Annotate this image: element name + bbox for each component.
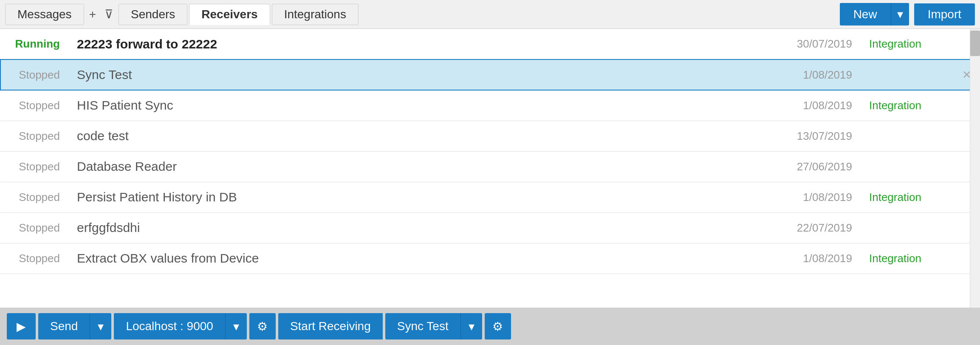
bottom-toolbar: ▶ Send ▾ Localhost : 9000 ▾ ⚙ Start Rece… xyxy=(0,308,980,345)
scrollbar-track[interactable] xyxy=(970,29,980,308)
row-status: Stopped xyxy=(0,243,68,274)
localhost-button-group: Localhost : 9000 ▾ xyxy=(114,313,247,339)
row-name: HIS Patient Sync xyxy=(68,90,776,121)
receive-gear-button[interactable]: ⚙ xyxy=(485,313,511,339)
row-type xyxy=(861,212,954,243)
row-type xyxy=(861,151,954,182)
row-date: 30/07/2019 xyxy=(776,29,861,59)
row-date: 27/06/2019 xyxy=(776,151,861,182)
row-type xyxy=(861,121,954,151)
table-row[interactable]: Stopped HIS Patient Sync 1/08/2019 Integ… xyxy=(0,90,980,121)
row-type: Integration xyxy=(861,243,954,274)
row-date: 13/07/2019 xyxy=(776,121,861,151)
filter-icon[interactable]: ⊽ xyxy=(101,6,117,23)
new-dropdown-button[interactable]: ▾ xyxy=(891,3,909,25)
row-status: Stopped xyxy=(0,59,68,90)
row-date: 1/08/2019 xyxy=(776,90,861,121)
table-row[interactable]: Stopped Persist Patient History in DB 1/… xyxy=(0,182,980,212)
row-status: Stopped xyxy=(0,90,68,121)
table-row[interactable]: Stopped Sync Test 1/08/2019 ✕ xyxy=(0,59,980,90)
top-navigation-bar: Messages + ⊽ Senders Receivers Integrati… xyxy=(0,0,980,29)
start-receiving-button-group: Start Receiving xyxy=(278,313,383,339)
scrollbar-thumb[interactable] xyxy=(970,31,980,56)
row-status: Stopped xyxy=(0,182,68,212)
row-date: 1/08/2019 xyxy=(776,59,861,90)
table-row[interactable]: Stopped Extract OBX values from Device 1… xyxy=(0,243,980,274)
row-status: Stopped xyxy=(0,121,68,151)
row-name: code test xyxy=(68,121,776,151)
localhost-button[interactable]: Localhost : 9000 xyxy=(114,313,225,339)
row-name: Persist Patient History in DB xyxy=(68,182,776,212)
sync-test-button[interactable]: Sync Test xyxy=(385,313,460,339)
row-status: Stopped xyxy=(0,151,68,182)
play-button[interactable]: ▶ xyxy=(7,313,36,339)
table-row[interactable]: Stopped Database Reader 27/06/2019 xyxy=(0,151,980,182)
row-status: Stopped xyxy=(0,212,68,243)
table-row[interactable]: Stopped erfggfdsdhi 22/07/2019 xyxy=(0,212,980,243)
main-content-area: Running 22223 forward to 22222 30/07/201… xyxy=(0,29,980,308)
send-button[interactable]: Send xyxy=(38,313,90,339)
row-date: 1/08/2019 xyxy=(776,243,861,274)
row-type: Integration xyxy=(861,29,954,59)
sync-test-dropdown-button[interactable]: ▾ xyxy=(460,313,482,339)
row-name: erfggfdsdhi xyxy=(68,212,776,243)
new-button-group: New ▾ xyxy=(840,3,909,25)
tab-receivers[interactable]: Receivers xyxy=(189,4,270,25)
row-date: 22/07/2019 xyxy=(776,212,861,243)
import-button[interactable]: Import xyxy=(914,3,975,25)
start-receiving-button[interactable]: Start Receiving xyxy=(278,313,383,339)
tab-integrations[interactable]: Integrations xyxy=(272,4,359,25)
table-row[interactable]: Stopped code test 13/07/2019 xyxy=(0,121,980,151)
row-status: Running xyxy=(0,29,68,59)
send-dropdown-button[interactable]: ▾ xyxy=(90,313,111,339)
row-name: 22223 forward to 22222 xyxy=(68,29,776,59)
sync-test-button-group: Sync Test ▾ xyxy=(385,313,482,339)
row-type: Integration xyxy=(861,90,954,121)
row-type: Integration xyxy=(861,182,954,212)
send-button-group: Send ▾ xyxy=(38,313,111,339)
receivers-table: Running 22223 forward to 22222 30/07/201… xyxy=(0,29,980,274)
tab-messages[interactable]: Messages xyxy=(5,4,84,25)
row-type xyxy=(861,59,954,90)
new-button[interactable]: New xyxy=(840,3,891,25)
add-icon[interactable]: + xyxy=(86,6,99,23)
send-gear-button[interactable]: ⚙ xyxy=(249,313,276,339)
row-name: Sync Test xyxy=(68,59,776,90)
table-row[interactable]: Running 22223 forward to 22222 30/07/201… xyxy=(0,29,980,59)
row-name: Database Reader xyxy=(68,151,776,182)
localhost-dropdown-button[interactable]: ▾ xyxy=(225,313,247,339)
row-date: 1/08/2019 xyxy=(776,182,861,212)
tab-senders[interactable]: Senders xyxy=(119,4,187,25)
row-name: Extract OBX values from Device xyxy=(68,243,776,274)
